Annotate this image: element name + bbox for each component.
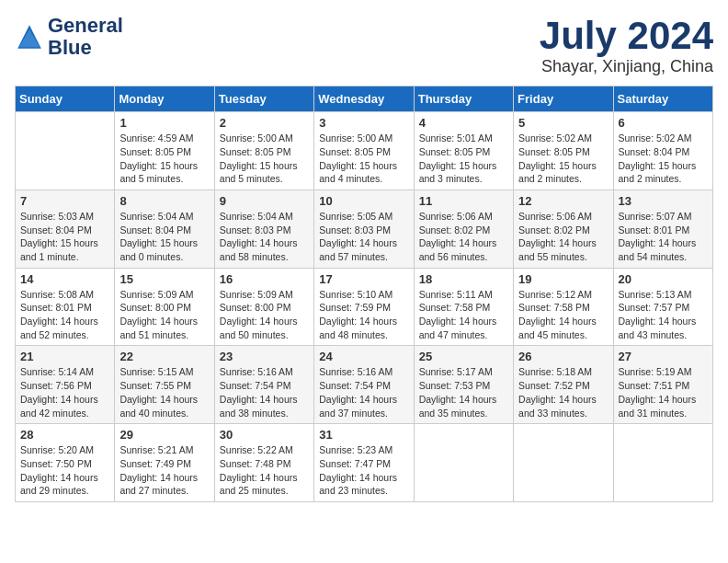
cell-line: Sunrise: 5:00 AM — [319, 132, 392, 144]
cell-line: Daylight: 15 hours — [220, 160, 298, 171]
day-number: 16 — [220, 272, 309, 286]
weekday-header-saturday: Saturday — [613, 86, 712, 112]
calendar-cell: 12Sunrise: 5:06 AMSunset: 8:02 PMDayligh… — [514, 190, 613, 268]
day-number: 22 — [119, 350, 209, 363]
cell-line: Daylight: 14 hours — [319, 237, 397, 248]
cell-line: Sunset: 7:55 PM — [119, 380, 191, 391]
cell-line: Daylight: 14 hours — [619, 394, 697, 405]
day-number: 21 — [20, 350, 109, 363]
calendar-cell: 26Sunrise: 5:18 AMSunset: 7:52 PMDayligh… — [514, 346, 613, 424]
cell-line: and 23 minutes. — [319, 485, 388, 496]
calendar-cell: 30Sunrise: 5:22 AMSunset: 7:48 PMDayligh… — [214, 424, 313, 502]
page-header: General Blue July 2024 Shayar, Xinjiang,… — [15, 15, 713, 76]
sub-title: Shayar, Xinjiang, China — [540, 57, 713, 76]
cell-content: Sunrise: 5:21 AMSunset: 7:49 PMDaylight:… — [119, 443, 209, 498]
cell-content: Sunrise: 5:12 AMSunset: 7:58 PMDaylight:… — [518, 288, 608, 342]
cell-line: Sunrise: 5:03 AM — [20, 211, 94, 222]
cell-line: and 4 minutes. — [319, 173, 382, 184]
calendar-cell: 19Sunrise: 5:12 AMSunset: 7:58 PMDayligh… — [514, 268, 613, 346]
cell-line: Daylight: 14 hours — [119, 316, 198, 327]
logo-text: General Blue — [48, 15, 123, 59]
cell-content: Sunrise: 5:18 AMSunset: 7:52 PMDaylight:… — [518, 365, 608, 419]
day-number: 14 — [20, 272, 109, 286]
calendar-cell: 7Sunrise: 5:03 AMSunset: 8:04 PMDaylight… — [16, 190, 115, 268]
cell-line: Sunset: 8:00 PM — [220, 302, 291, 313]
cell-line: and 37 minutes. — [319, 408, 388, 419]
day-number: 15 — [119, 272, 209, 286]
day-number: 13 — [619, 194, 708, 208]
cell-line: and 2 minutes. — [518, 173, 582, 184]
cell-line: and 38 minutes. — [220, 408, 289, 419]
cell-line: and 29 minutes. — [20, 485, 89, 496]
cell-line: Sunrise: 5:04 AM — [220, 211, 293, 222]
calendar-cell: 18Sunrise: 5:11 AMSunset: 7:58 PMDayligh… — [414, 268, 513, 346]
cell-line: Daylight: 14 hours — [319, 316, 397, 327]
calendar-cell: 14Sunrise: 5:08 AMSunset: 8:01 PMDayligh… — [16, 268, 115, 346]
calendar-cell — [514, 424, 613, 502]
cell-line: Sunset: 7:49 PM — [119, 458, 191, 469]
day-number: 4 — [419, 116, 508, 130]
cell-line: Daylight: 14 hours — [20, 316, 98, 327]
cell-line: Sunrise: 5:06 AM — [419, 211, 493, 222]
cell-line: Sunrise: 5:17 AM — [419, 366, 493, 377]
cell-content: Sunrise: 4:59 AMSunset: 8:05 PMDaylight:… — [119, 132, 209, 186]
cell-line: Sunrise: 5:15 AM — [119, 366, 193, 377]
cell-content: Sunrise: 5:06 AMSunset: 8:02 PMDaylight:… — [518, 210, 608, 264]
cell-line: Daylight: 14 hours — [619, 316, 697, 327]
cell-content: Sunrise: 5:09 AMSunset: 8:00 PMDaylight:… — [220, 288, 309, 342]
calendar-cell: 15Sunrise: 5:09 AMSunset: 8:00 PMDayligh… — [115, 268, 214, 346]
cell-line: Sunrise: 5:09 AM — [119, 289, 193, 300]
cell-content: Sunrise: 5:11 AMSunset: 7:58 PMDaylight:… — [419, 288, 508, 342]
cell-line: Daylight: 14 hours — [20, 472, 98, 483]
calendar-cell — [16, 112, 115, 190]
calendar-cell: 29Sunrise: 5:21 AMSunset: 7:49 PMDayligh… — [115, 424, 214, 502]
cell-line: Sunrise: 5:12 AM — [518, 289, 592, 300]
week-row-3: 14Sunrise: 5:08 AMSunset: 8:01 PMDayligh… — [16, 268, 713, 346]
calendar-cell: 17Sunrise: 5:10 AMSunset: 7:59 PMDayligh… — [314, 268, 414, 346]
cell-line: Sunrise: 4:59 AM — [119, 132, 193, 144]
cell-line: and 35 minutes. — [419, 408, 488, 419]
cell-line: Sunrise: 5:09 AM — [220, 289, 293, 300]
svg-marker-1 — [19, 29, 40, 47]
cell-line: Sunset: 7:53 PM — [419, 380, 491, 391]
calendar-cell: 11Sunrise: 5:06 AMSunset: 8:02 PMDayligh… — [414, 190, 513, 268]
cell-line: and 57 minutes. — [319, 251, 388, 262]
cell-line: Sunset: 8:00 PM — [119, 302, 191, 313]
cell-line: Sunset: 7:58 PM — [518, 302, 590, 313]
weekday-header-monday: Monday — [115, 86, 214, 112]
cell-line: Sunset: 8:02 PM — [518, 224, 590, 236]
day-number: 28 — [20, 428, 109, 442]
cell-content: Sunrise: 5:05 AMSunset: 8:03 PMDaylight:… — [319, 210, 408, 264]
cell-line: and 25 minutes. — [220, 485, 289, 496]
cell-line: Sunrise: 5:05 AM — [319, 211, 392, 222]
day-number: 25 — [419, 350, 508, 363]
cell-content: Sunrise: 5:14 AMSunset: 7:56 PMDaylight:… — [20, 365, 109, 419]
cell-line: Sunrise: 5:18 AM — [518, 366, 592, 377]
logo-icon — [15, 22, 44, 52]
cell-line: and 27 minutes. — [119, 485, 188, 496]
cell-line: Sunset: 7:48 PM — [220, 458, 291, 469]
cell-line: Sunset: 7:51 PM — [619, 380, 690, 391]
cell-line: and 42 minutes. — [20, 408, 89, 419]
cell-content: Sunrise: 5:02 AMSunset: 8:04 PMDaylight:… — [619, 132, 708, 186]
cell-line: and 45 minutes. — [518, 329, 587, 340]
cell-line: and 2 minutes. — [619, 173, 682, 184]
cell-line: Sunset: 8:05 PM — [419, 146, 491, 157]
main-title: July 2024 — [540, 15, 713, 57]
cell-line: Daylight: 15 hours — [419, 160, 497, 171]
calendar-cell: 23Sunrise: 5:16 AMSunset: 7:54 PMDayligh… — [214, 346, 313, 424]
day-number: 7 — [20, 194, 109, 208]
cell-line: Daylight: 14 hours — [220, 394, 298, 405]
day-number: 24 — [319, 350, 408, 363]
calendar-cell: 13Sunrise: 5:07 AMSunset: 8:01 PMDayligh… — [613, 190, 712, 268]
cell-line: Sunrise: 5:06 AM — [518, 211, 592, 222]
cell-content: Sunrise: 5:01 AMSunset: 8:05 PMDaylight:… — [419, 132, 508, 186]
day-number: 27 — [619, 350, 708, 363]
cell-line: Daylight: 15 hours — [20, 237, 98, 248]
weekday-header-sunday: Sunday — [16, 86, 115, 112]
cell-line: Sunrise: 5:02 AM — [619, 132, 692, 144]
cell-line: Sunrise: 5:16 AM — [319, 366, 392, 377]
cell-content: Sunrise: 5:13 AMSunset: 7:57 PMDaylight:… — [619, 288, 708, 342]
cell-content: Sunrise: 5:03 AMSunset: 8:04 PMDaylight:… — [20, 210, 109, 264]
day-number: 30 — [220, 428, 309, 442]
